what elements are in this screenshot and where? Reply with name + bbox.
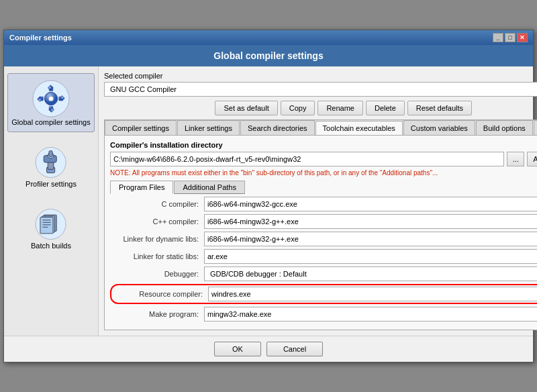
debugger-select[interactable]: GDB/CDB debugger : Default	[204, 266, 537, 281]
sidebar-label-batch: Batch builds	[31, 242, 71, 250]
install-dir-row: ... Auto-detect	[110, 152, 537, 166]
cancel-button[interactable]: Cancel	[266, 342, 323, 356]
install-dir-browse-button[interactable]: ...	[507, 152, 524, 166]
title-bar-buttons: _ □ ✕	[493, 33, 528, 42]
field-row-debugger: Debugger: GDB/CDB debugger : Default ...	[110, 266, 537, 281]
gear-icon	[32, 79, 70, 118]
sub-tab-program-files[interactable]: Program Files	[110, 181, 173, 194]
sidebar: Global compiler settings Profiler settin…	[4, 66, 99, 336]
tab-build-options[interactable]: Build options	[476, 120, 533, 135]
close-button[interactable]: ✕	[517, 33, 528, 42]
make-input[interactable]	[204, 307, 537, 322]
cpp-compiler-input[interactable]	[204, 214, 537, 229]
sub-tab-additional-paths[interactable]: Additional Paths	[174, 181, 245, 194]
reset-defaults-button[interactable]: Reset defaults	[407, 101, 472, 115]
linker-static-label: Linker for static libs:	[110, 252, 204, 260]
note-text: NOTE: All programs must exist either in …	[110, 169, 537, 177]
sub-tabs-row: Program Files Additional Paths	[110, 181, 537, 194]
linker-static-input[interactable]	[204, 249, 537, 264]
svg-point-2	[48, 96, 54, 101]
tab-custom-variables[interactable]: Custom variables	[403, 120, 475, 135]
minimize-button[interactable]: _	[493, 33, 503, 42]
field-row-linker-static: Linker for static libs: ...	[110, 249, 537, 264]
delete-button[interactable]: Delete	[366, 101, 405, 115]
content-area: Global compiler settings Profiler settin…	[4, 66, 533, 336]
sidebar-label-profiler: Profiler settings	[26, 180, 77, 188]
rename-button[interactable]: Rename	[318, 101, 363, 115]
compiler-row: GNU GCC Compiler	[104, 82, 537, 97]
tab-toolchain-executables[interactable]: Toolchain executables	[315, 121, 403, 136]
svg-rect-16	[49, 151, 52, 157]
resource-compiler-input[interactable]	[208, 287, 537, 301]
copy-button[interactable]: Copy	[281, 101, 315, 115]
field-row-cpp-compiler: C++ compiler: ...	[110, 214, 537, 229]
make-label: Make program:	[110, 310, 204, 318]
tab-linker-settings[interactable]: Linker settings	[177, 120, 240, 135]
field-row-c-compiler: C compiler: ...	[110, 197, 537, 211]
main-window: Compiler settings _ □ ✕ Global compiler …	[3, 30, 534, 362]
linker-dynamic-label: Linker for dynamic libs:	[110, 235, 204, 243]
resource-compiler-label: Resource compiler:	[114, 290, 208, 298]
title-bar: Compiler settings _ □ ✕	[4, 30, 533, 45]
action-buttons-row: Set as default Copy Rename Delete Reset …	[104, 101, 537, 115]
bottom-buttons: OK Cancel	[4, 336, 533, 362]
tab-oth[interactable]: Oth	[534, 120, 537, 135]
resource-compiler-row: Resource compiler: ...	[110, 284, 537, 304]
batch-icon	[34, 207, 68, 242]
profiler-icon	[34, 145, 68, 180]
sidebar-item-global[interactable]: Global compiler settings	[7, 73, 95, 132]
ok-button[interactable]: OK	[214, 342, 261, 356]
sidebar-item-batch[interactable]: Batch builds	[7, 201, 95, 256]
install-dir-input[interactable]	[110, 152, 504, 166]
compiler-select[interactable]: GNU GCC Compiler	[104, 82, 537, 97]
selected-compiler-label: Selected compiler	[104, 72, 537, 80]
linker-dynamic-input[interactable]	[204, 232, 537, 246]
auto-detect-button[interactable]: Auto-detect	[527, 152, 537, 166]
tab-search-directories[interactable]: Search directories	[240, 120, 315, 135]
svg-rect-20	[40, 217, 53, 234]
window-title: Compiler settings	[9, 34, 72, 42]
sidebar-label-global: Global compiler settings	[11, 118, 90, 126]
tab-compiler-settings[interactable]: Compiler settings	[105, 120, 177, 135]
install-dir-label: Compiler's installation directory	[110, 141, 537, 149]
maximize-button[interactable]: □	[505, 33, 516, 42]
tabs-row: Compiler settings Linker settings Search…	[105, 120, 537, 136]
c-compiler-label: C compiler:	[110, 200, 204, 208]
debugger-label: Debugger:	[110, 270, 204, 278]
field-row-make: Make program: ...	[110, 307, 537, 322]
tab-content: Compiler's installation directory ... Au…	[105, 136, 537, 330]
main-panel: Selected compiler GNU GCC Compiler Set a…	[99, 66, 537, 336]
window-main-title: Global compiler settings	[4, 45, 533, 66]
field-row-linker-dynamic: Linker for dynamic libs: ...	[110, 232, 537, 246]
tabs-container: Compiler settings Linker settings Search…	[104, 119, 537, 330]
set-default-button[interactable]: Set as default	[215, 101, 277, 115]
cpp-compiler-label: C++ compiler:	[110, 217, 204, 226]
c-compiler-input[interactable]	[204, 197, 537, 211]
sidebar-item-profiler[interactable]: Profiler settings	[7, 139, 95, 194]
